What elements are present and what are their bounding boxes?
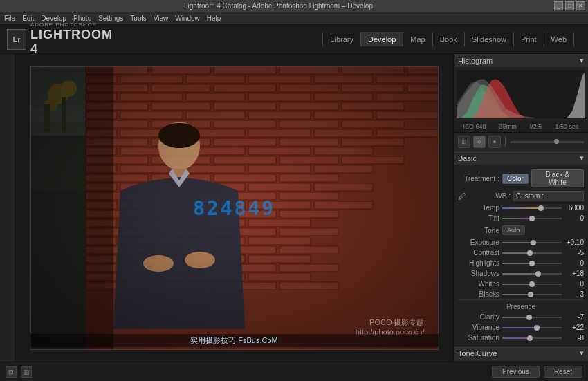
temp-row: Temp 6000: [458, 203, 584, 213]
saturation-slider[interactable]: [502, 337, 562, 339]
exposure-value: +0.10: [564, 239, 584, 246]
highlights-slider[interactable]: [502, 263, 562, 264]
treatment-bw-btn[interactable]: Black & White: [531, 169, 584, 187]
treatment-row: Treatment : Color Black & White: [458, 167, 584, 189]
menu-help[interactable]: Help: [207, 15, 221, 22]
histogram-header[interactable]: Histogram ▾: [454, 54, 588, 67]
close-button[interactable]: ✕: [576, 1, 585, 10]
menu-window[interactable]: Window: [175, 15, 200, 22]
shadows-slider[interactable]: [502, 273, 562, 275]
lr-badge: Lr: [7, 29, 26, 50]
vibrance-row: Vibrance +22: [458, 322, 584, 333]
clarity-slider[interactable]: [502, 317, 562, 318]
exposure-label: Exposure: [458, 239, 499, 246]
photo-image: /* bricks rendered below */: [30, 66, 439, 350]
logo-adobe: ADOBE PHOTOSHOP: [30, 21, 118, 28]
temp-value: 6000: [564, 204, 584, 212]
restore-button[interactable]: □: [565, 1, 574, 10]
basic-collapse-icon: ▾: [580, 154, 584, 162]
tab-library[interactable]: Library: [322, 32, 361, 46]
reset-button[interactable]: Reset: [544, 366, 582, 378]
contrast-label: Contrast: [458, 249, 499, 257]
filmstrip-icon-1[interactable]: ⊡: [6, 366, 17, 378]
exposure-slider[interactable]: [502, 242, 562, 243]
minimize-button[interactable]: _: [554, 1, 563, 10]
clarity-label: Clarity: [458, 313, 499, 321]
saturation-fill: [502, 337, 530, 339]
vibrance-label: Vibrance: [458, 324, 499, 331]
contrast-slider[interactable]: [502, 252, 562, 254]
tint-label: Tint: [458, 214, 499, 222]
vibrance-thumb: [534, 325, 540, 331]
crop-tool[interactable]: ⊞: [458, 136, 470, 148]
tool-mini-slider-thumb: [554, 139, 559, 144]
vibrance-slider[interactable]: [502, 327, 562, 328]
camera-aperture: f/2.5: [530, 123, 542, 130]
tool-mini-slider[interactable]: [510, 141, 584, 143]
histogram-label: Histogram: [458, 57, 493, 65]
wb-row: 🖊 WB : Custom :: [458, 189, 584, 203]
previous-button[interactable]: Previous: [492, 366, 540, 378]
contrast-row: Contrast -5: [458, 248, 584, 258]
temp-slider[interactable]: [502, 207, 562, 209]
eyedropper-icon[interactable]: 🖊: [458, 192, 466, 201]
shadows-thumb: [535, 271, 541, 277]
photo-area: /* bricks rendered below */: [15, 54, 453, 362]
whites-value: 0: [564, 280, 584, 288]
vibrance-fill: [502, 327, 537, 328]
exposure-fill: [502, 242, 533, 243]
blacks-thumb: [528, 292, 533, 297]
poco-brand: POCO·摄影专题: [356, 317, 425, 328]
title-text: Lightroom 4 Catalog - Adobe Photoshop Li…: [3, 2, 554, 10]
main-content: /* bricks rendered below */: [0, 54, 588, 362]
camera-focal: 35mm: [499, 123, 517, 130]
whites-fill: [502, 284, 532, 285]
camera-info: ISO 640 35mm f/2.5 1/50 sec: [454, 121, 588, 133]
tab-book[interactable]: Book: [433, 32, 465, 46]
basic-header[interactable]: Basic ▾: [454, 151, 588, 165]
wb-label: WB :: [469, 192, 511, 200]
tab-slideshow[interactable]: Slideshow: [465, 32, 514, 46]
tab-print[interactable]: Print: [514, 32, 544, 46]
highlights-value: 0: [564, 259, 584, 267]
blacks-slider[interactable]: [502, 294, 562, 295]
menu-tools[interactable]: Tools: [130, 15, 146, 22]
logo-lr: LIGHTROOM 4: [30, 28, 118, 57]
tone-curve-header[interactable]: Tone Curve ▾: [454, 346, 588, 360]
poco-watermark: POCO·摄影专题 http://photo.poco.cn/: [356, 317, 425, 336]
treatment-label: Treatment :: [458, 175, 499, 183]
heal-tool[interactable]: ○: [473, 136, 486, 148]
treatment-color-btn[interactable]: Color: [502, 174, 529, 184]
exposure-row: Exposure +0.10: [458, 237, 584, 248]
tone-curve-collapse-icon: ▾: [580, 349, 584, 357]
clarity-row: Clarity -7: [458, 312, 584, 322]
menu-view[interactable]: View: [154, 15, 169, 22]
nav-tabs: Library Develop Map Book Slideshow Print…: [118, 32, 581, 46]
tint-value: 0: [564, 214, 584, 222]
blacks-value: -3: [564, 290, 584, 298]
highlights-fill: [502, 263, 532, 264]
clarity-thumb: [526, 315, 532, 320]
basic-content: Treatment : Color Black & White 🖊 WB : C…: [454, 165, 588, 346]
blacks-fill: [502, 294, 531, 295]
clarity-fill: [502, 317, 529, 318]
shadows-fill: [502, 273, 538, 275]
contrast-fill: [502, 252, 530, 254]
redeye-tool[interactable]: ●: [488, 136, 501, 148]
tint-slider[interactable]: [502, 218, 562, 219]
filmstrip-nav: Previous Reset: [492, 366, 582, 378]
contrast-thumb: [527, 250, 533, 256]
tint-row: Tint 0: [458, 213, 584, 223]
whites-slider[interactable]: [502, 284, 562, 285]
auto-button[interactable]: Auto: [502, 225, 525, 235]
tone-label: Tone: [458, 227, 499, 234]
tint-fill: [502, 218, 532, 219]
tab-web[interactable]: Web: [544, 32, 574, 46]
whites-thumb: [529, 281, 535, 287]
tab-map[interactable]: Map: [403, 32, 432, 46]
saturation-thumb: [527, 335, 533, 341]
wb-select[interactable]: Custom :: [513, 191, 584, 201]
filmstrip-icon-2[interactable]: ▥: [21, 366, 32, 378]
temp-thumb: [538, 205, 544, 211]
tab-develop[interactable]: Develop: [361, 32, 403, 46]
